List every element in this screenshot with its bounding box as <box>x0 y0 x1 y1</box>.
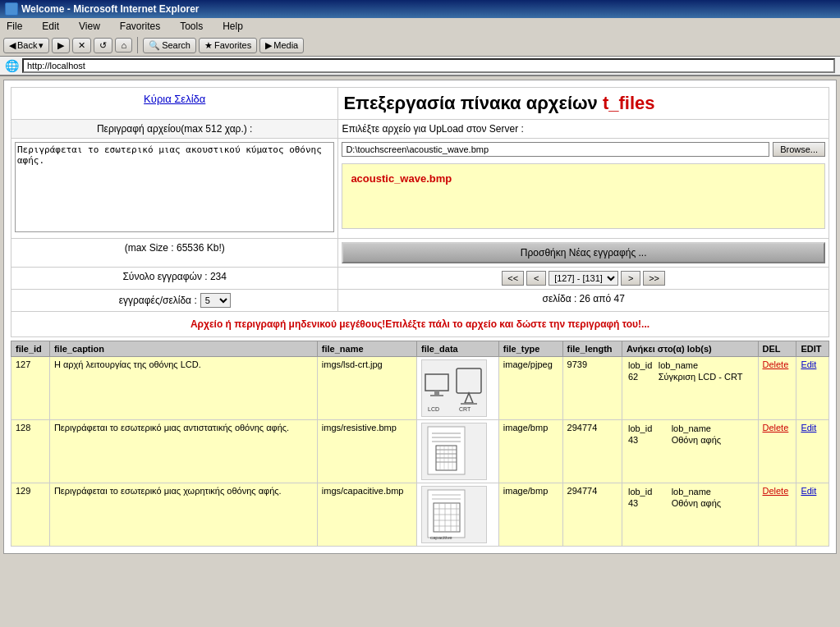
svg-rect-2 <box>430 395 443 396</box>
col-file-type: file_type <box>498 341 562 357</box>
cell-edit-127[interactable]: Edit <box>796 357 829 420</box>
cell-del-129[interactable]: Delete <box>758 483 796 547</box>
cell-data-128 <box>417 420 499 483</box>
lob-table-129: lob_idlob_name 43Οθόνη αφής <box>627 486 754 509</box>
lob-table-128: lob_idlob_name 43Οθόνη αφής <box>627 423 754 446</box>
forward-button[interactable]: ▶ <box>52 38 70 53</box>
maxsize-label: (max Size : 65536 Kb!) <box>125 242 225 254</box>
title-bar: Welcome - Microsoft Internet Explorer <box>0 0 840 18</box>
cell-del-128[interactable]: Delete <box>758 420 796 483</box>
delete-link-128[interactable]: Delete <box>763 423 789 432</box>
cell-type-129: image/bmp <box>498 483 562 547</box>
menu-favorites[interactable]: Favorites <box>117 20 163 33</box>
ie-icon <box>5 2 18 16</box>
pagination-last-button[interactable]: >> <box>643 271 665 286</box>
edit-link-129[interactable]: Edit <box>801 486 816 496</box>
star-icon: ★ <box>204 40 213 51</box>
pagination-range-select[interactable]: [127] - [131][132] - [136][122] - [126] <box>549 271 618 286</box>
back-button[interactable]: ◀ Back ▾ <box>3 38 49 53</box>
cell-length-127: 9739 <box>562 357 622 420</box>
media-button[interactable]: ▶ Media <box>259 38 304 53</box>
menu-edit[interactable]: Edit <box>39 20 62 33</box>
svg-rect-3 <box>457 368 481 393</box>
menu-bar: File Edit View Favorites Tools Help <box>0 18 840 34</box>
page-icon: 🌐 <box>5 59 19 72</box>
col-file-caption: file_caption <box>49 341 317 357</box>
total-label: Σύνολο εγγραφών : <box>122 271 207 282</box>
menu-file[interactable]: File <box>3 20 25 33</box>
description-label: Περιγραφή αρχείου(max 512 χαρ.) : <box>97 123 252 135</box>
description-textarea[interactable]: Περιγράφεται το εσωτερικό μιας ακουστικο… <box>15 142 334 232</box>
main-form-table: Κύρια Σελίδα Επεξεργασία πίνακα αρχείων … <box>11 87 829 337</box>
toolbar: ◀ Back ▾ ▶ ✕ ↺ ⌂ 🔍 Search ★ Favorites ▶ … <box>0 34 840 57</box>
cell-lob-127: lob_idlob_name 62Σύγκριση LCD - CRT <box>622 357 758 420</box>
cell-data-129: capacitive <box>417 483 499 547</box>
media-icon: ▶ <box>265 40 272 51</box>
cell-filename-129: imgs/capacitive.bmp <box>317 483 416 547</box>
add-record-button[interactable]: Προσθήκη Νέας εγγραφής ... <box>342 242 825 263</box>
edit-link-127[interactable]: Edit <box>801 359 816 369</box>
stop-button[interactable]: ✕ <box>72 38 91 53</box>
edit-link-128[interactable]: Edit <box>801 423 816 432</box>
pagination-next-button[interactable]: > <box>621 271 640 286</box>
cell-caption-128: Περιγράφεται το εσωτερικό μιας αντιστατι… <box>49 420 317 483</box>
svg-rect-1 <box>434 391 439 395</box>
cell-edit-129[interactable]: Edit <box>796 483 829 547</box>
cell-del-127[interactable]: Delete <box>758 357 796 420</box>
upload-path-input[interactable] <box>342 142 769 157</box>
thumbnail-svg-129: capacitive <box>424 488 485 542</box>
col-file-data: file_data <box>417 341 499 357</box>
pagination-controls: << < [127] - [131][132] - [136][122] - [… <box>342 271 825 286</box>
page-title-text: Επεξεργασία πίνακα αρχείων <box>343 93 603 113</box>
col-del: DEL <box>758 341 796 357</box>
thumbnail-svg-127: LCD CRT <box>424 362 485 415</box>
menu-help[interactable]: Help <box>219 20 246 33</box>
warning-message: Αρχείο ή περιγραφή μηδενικού μεγέθους!Επ… <box>15 315 825 333</box>
pagination-prev-button[interactable]: < <box>526 271 546 286</box>
delete-link-129[interactable]: Delete <box>763 486 789 496</box>
page-content: Κύρια Σελίδα Επεξεργασία πίνακα αρχείων … <box>3 80 837 554</box>
upload-label: Επιλέξτε αρχείο για UpLoad στον Server : <box>342 123 523 135</box>
home-button[interactable]: ⌂ <box>115 38 132 53</box>
table-row: 128 Περιγράφεται το εσωτερικό μιας αντισ… <box>11 420 829 483</box>
svg-rect-4 <box>461 403 477 405</box>
data-table: file_id file_caption file_name file_data… <box>11 341 829 547</box>
menu-view[interactable]: View <box>76 20 103 33</box>
cell-file-id-128: 128 <box>11 420 50 483</box>
window-title: Welcome - Microsoft Internet Explorer <box>21 3 200 15</box>
cell-lob-128: lob_idlob_name 43Οθόνη αφής <box>622 420 758 483</box>
search-button[interactable]: 🔍 Search <box>143 38 196 53</box>
upload-area: acoustic_wave.bmp <box>342 163 825 229</box>
cell-caption-129: Περιγράφεται το εσωτερικό μιας χωρητικής… <box>49 483 317 547</box>
favorites-button[interactable]: ★ Favorites <box>199 38 257 53</box>
lob-table-127: lob_idlob_name 62Σύγκριση LCD - CRT <box>627 359 754 382</box>
cell-edit-128[interactable]: Edit <box>796 420 829 483</box>
menu-tools[interactable]: Tools <box>177 20 206 33</box>
browser-window: Welcome - Microsoft Internet Explorer Fi… <box>0 0 840 554</box>
table-row: 127 Η αρχή λειτουργίας της οθόνης LCD. i… <box>11 357 829 420</box>
cell-length-129: 294774 <box>562 483 622 547</box>
perpage-select[interactable]: 5102050 <box>200 293 231 308</box>
svg-text:CRT: CRT <box>459 406 471 412</box>
cell-filename-128: imgs/resistive.bmp <box>317 420 416 483</box>
cell-lob-129: lob_idlob_name 43Οθόνη αφής <box>622 483 758 547</box>
pagination-first-button[interactable]: << <box>502 271 524 286</box>
delete-link-127[interactable]: Delete <box>763 359 789 369</box>
thumbnail-129: capacitive <box>421 486 487 543</box>
col-belongs: Ανήκει στο(α) lob(s) <box>622 341 758 357</box>
cell-data-127: LCD CRT <box>417 357 499 420</box>
col-file-length: file_length <box>562 341 622 357</box>
thumbnail-127: LCD CRT <box>421 359 487 417</box>
refresh-button[interactable]: ↺ <box>94 38 112 53</box>
perpage-container: εγγραφές/σελίδα : 5102050 <box>15 293 334 308</box>
col-edit: EDIT <box>796 341 829 357</box>
cell-caption-127: Η αρχή λειτουργίας της οθόνης LCD. <box>49 357 317 420</box>
address-input[interactable] <box>22 58 835 73</box>
svg-text:capacitive: capacitive <box>430 535 452 540</box>
browse-button[interactable]: Browse... <box>773 142 825 157</box>
svg-rect-7 <box>428 427 465 474</box>
thumbnail-128 <box>421 423 487 480</box>
page-info-text: σελίδα : 26 από 47 <box>543 293 625 304</box>
search-icon: 🔍 <box>149 40 160 51</box>
home-link[interactable]: Κύρια Σελίδα <box>144 93 205 105</box>
